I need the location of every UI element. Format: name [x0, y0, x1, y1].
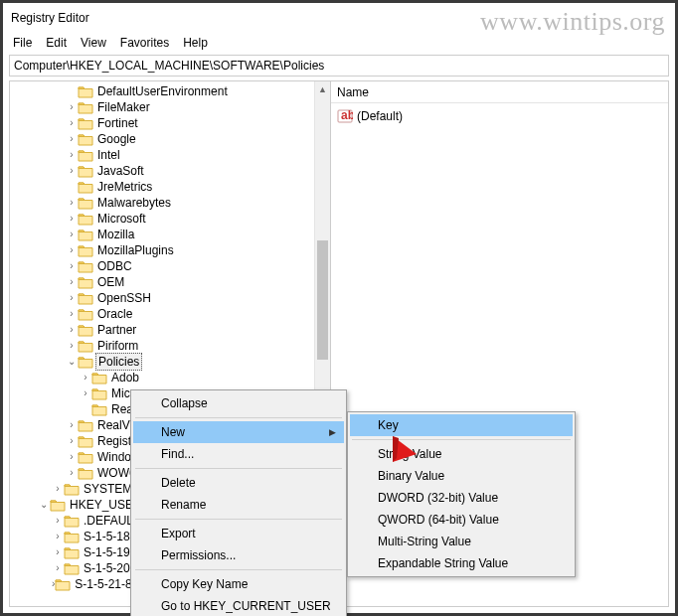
- column-name[interactable]: Name: [337, 85, 369, 99]
- folder-icon: [78, 434, 93, 448]
- tree-item-label: Mozilla: [95, 227, 136, 242]
- folder-icon: [78, 212, 93, 226]
- chevron-right-icon[interactable]: ›: [66, 465, 78, 481]
- ctx-new-expandable-string[interactable]: Expandable String Value: [350, 552, 573, 574]
- ctx-new-key[interactable]: Key: [350, 414, 573, 436]
- tree-item-label: Malwarebytes: [95, 195, 173, 211]
- ctx-goto-hkcu[interactable]: Go to HKEY_CURRENT_USER: [133, 595, 344, 616]
- svg-text:ab: ab: [341, 108, 353, 122]
- tree-item[interactable]: ›Mozilla: [10, 227, 330, 242]
- tree-item[interactable]: ›MozillaPlugins: [10, 242, 330, 258]
- ctx-collapse[interactable]: Collapse: [133, 392, 344, 414]
- tree-item[interactable]: ›JavaSoft: [10, 163, 330, 179]
- chevron-right-icon[interactable]: ›: [52, 560, 64, 576]
- tree-item[interactable]: ›OEM: [10, 274, 330, 290]
- tree-item[interactable]: ›FileMaker: [10, 99, 330, 115]
- chevron-right-icon[interactable]: ›: [80, 385, 91, 401]
- tree-item[interactable]: ⌄Policies: [10, 354, 330, 370]
- list-item[interactable]: ab(Default): [337, 107, 662, 125]
- ctx-permissions[interactable]: Permissions...: [133, 544, 344, 566]
- ctx-new-qword[interactable]: QWORD (64-bit) Value: [350, 509, 573, 531]
- menu-favorites[interactable]: Favorites: [114, 34, 175, 52]
- chevron-right-icon[interactable]: ›: [52, 481, 64, 497]
- folder-icon: [78, 100, 93, 114]
- chevron-right-icon[interactable]: ›: [66, 115, 78, 131]
- chevron-right-icon[interactable]: ›: [52, 529, 64, 544]
- tree-item[interactable]: ›OpenSSH: [10, 290, 330, 306]
- chevron-right-icon[interactable]: ›: [66, 449, 78, 465]
- menu-view[interactable]: View: [75, 34, 112, 52]
- title-bar: Registry Editor: [3, 3, 675, 33]
- chevron-right-icon[interactable]: ›: [66, 227, 78, 242]
- chevron-right-icon[interactable]: ›: [66, 258, 78, 274]
- menu-edit[interactable]: Edit: [40, 34, 73, 52]
- ctx-new-dword[interactable]: DWORD (32-bit) Value: [350, 487, 573, 509]
- folder-icon: [64, 530, 80, 543]
- ctx-new-multi-string[interactable]: Multi-String Value: [350, 531, 573, 552]
- scroll-thumb[interactable]: [317, 240, 328, 360]
- tree-item-label: Policies: [95, 353, 142, 371]
- tree-item[interactable]: ›Microsoft: [10, 211, 330, 227]
- menu-help[interactable]: Help: [177, 34, 214, 52]
- menu-file[interactable]: File: [7, 34, 38, 52]
- folder-icon: [78, 307, 93, 321]
- folder-icon: [64, 514, 80, 528]
- chevron-right-icon[interactable]: ›: [66, 306, 78, 322]
- tree-item[interactable]: ›Oracle: [10, 306, 330, 322]
- chevron-right-icon[interactable]: ›: [66, 163, 78, 179]
- folder-icon: [78, 355, 93, 369]
- ctx-rename[interactable]: Rename: [133, 494, 344, 516]
- ctx-new-string[interactable]: String Value: [350, 443, 573, 465]
- tree-item-label: OEM: [95, 274, 126, 290]
- window-title: Registry Editor: [11, 11, 89, 25]
- tree-item-label: OpenSSH: [95, 290, 153, 306]
- tree-item[interactable]: ›Fortinet: [10, 115, 330, 131]
- tree-item[interactable]: ›Google: [10, 131, 330, 147]
- chevron-right-icon[interactable]: ›: [66, 131, 78, 147]
- tree-item[interactable]: ›Partner: [10, 322, 330, 338]
- folder-icon: [78, 259, 93, 273]
- ctx-new[interactable]: New▶: [133, 421, 344, 443]
- tree-item-label: Fortinet: [95, 115, 140, 131]
- chevron-right-icon[interactable]: ›: [80, 370, 91, 385]
- tree-item[interactable]: ›Adob: [10, 370, 330, 385]
- folder-icon: [78, 164, 93, 178]
- tree-item[interactable]: ›ODBC: [10, 258, 330, 274]
- ctx-find[interactable]: Find...: [133, 443, 344, 465]
- chevron-right-icon[interactable]: ›: [66, 433, 78, 449]
- ctx-copy-key-name[interactable]: Copy Key Name: [133, 573, 344, 595]
- chevron-right-icon[interactable]: ›: [66, 147, 78, 163]
- tree-item-label: ODBC: [95, 258, 134, 274]
- chevron-right-icon[interactable]: ›: [66, 211, 78, 227]
- folder-icon: [91, 402, 107, 416]
- chevron-right-icon[interactable]: ›: [66, 195, 78, 211]
- list-header[interactable]: Name: [331, 81, 668, 103]
- ctx-export[interactable]: Export: [133, 523, 344, 544]
- address-bar[interactable]: Computer\HKEY_LOCAL_MACHINE\SOFTWARE\Pol…: [9, 55, 669, 77]
- menu-bar: File Edit View Favorites Help: [3, 33, 675, 53]
- chevron-down-icon[interactable]: ⌄: [66, 354, 78, 370]
- tree-item[interactable]: ›Intel: [10, 147, 330, 163]
- chevron-right-icon[interactable]: ›: [52, 513, 64, 529]
- folder-icon: [91, 371, 107, 385]
- chevron-right-icon[interactable]: ›: [52, 544, 64, 560]
- chevron-right-icon: ▶: [329, 427, 336, 437]
- chevron-right-icon[interactable]: ›: [66, 274, 78, 290]
- chevron-down-icon[interactable]: ⌄: [38, 497, 50, 513]
- tree-item[interactable]: DefaultUserEnvironment: [10, 83, 330, 99]
- tree-item-label: Oracle: [95, 306, 134, 322]
- ctx-delete[interactable]: Delete: [133, 472, 344, 494]
- chevron-right-icon[interactable]: ›: [66, 338, 78, 354]
- chevron-right-icon[interactable]: ›: [66, 99, 78, 115]
- folder-icon: [78, 291, 93, 305]
- chevron-right-icon[interactable]: ›: [66, 290, 78, 306]
- chevron-right-icon[interactable]: ›: [66, 417, 78, 433]
- ctx-new-binary[interactable]: Binary Value: [350, 465, 573, 487]
- tree-item[interactable]: ›Piriform: [10, 338, 330, 354]
- chevron-right-icon[interactable]: ›: [66, 322, 78, 338]
- tree-item[interactable]: JreMetrics: [10, 179, 330, 195]
- separator: [135, 417, 342, 418]
- chevron-right-icon[interactable]: ›: [66, 242, 78, 258]
- tree-item[interactable]: ›Malwarebytes: [10, 195, 330, 211]
- scroll-up-button[interactable]: ▲: [315, 81, 330, 97]
